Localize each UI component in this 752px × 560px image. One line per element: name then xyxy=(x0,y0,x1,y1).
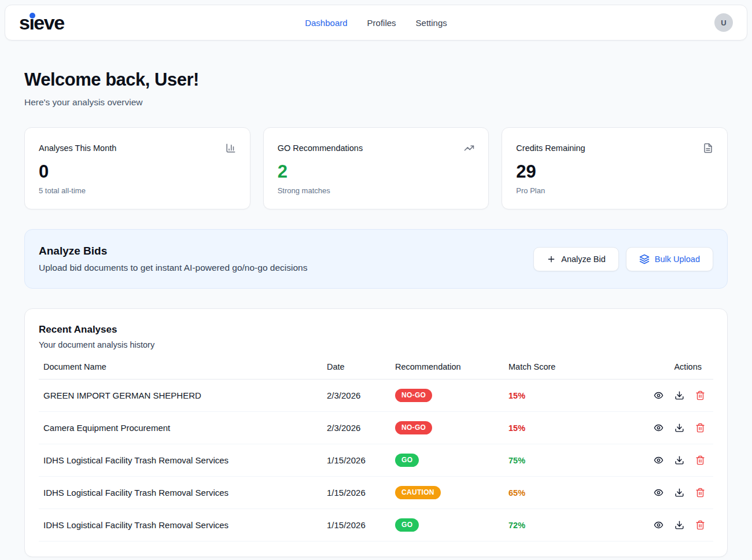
delete-button[interactable] xyxy=(695,423,705,433)
eye-icon xyxy=(654,423,663,433)
logo-text: sieve xyxy=(19,12,64,34)
stat-card-go-recommendations: GO Recommendations 2 Strong matches xyxy=(263,127,489,209)
table-row: GREEN IMPORT GERMAN SHEPHERD2/3/2026NO-G… xyxy=(39,380,713,412)
page-header: Welcome back, User! Here's your analysis… xyxy=(24,69,728,108)
eye-icon xyxy=(654,488,663,498)
bulk-upload-button-label: Bulk Upload xyxy=(655,255,700,264)
analysis-date: 2/3/2026 xyxy=(327,423,395,433)
document-name: IDHS Logistical Facility Trash Removal S… xyxy=(43,520,327,530)
recommendation-badge: NO-GO xyxy=(395,389,432,402)
download-icon xyxy=(674,423,684,433)
analyses-table-body: GREEN IMPORT GERMAN SHEPHERD2/3/2026NO-G… xyxy=(39,380,713,541)
stats-grid: Analyses This Month 0 5 total all-time G… xyxy=(24,127,728,209)
download-button[interactable] xyxy=(674,390,684,400)
logo[interactable]: sieve xyxy=(19,13,64,32)
trash-icon xyxy=(695,390,705,400)
trash-icon xyxy=(695,488,705,498)
column-date: Date xyxy=(327,362,395,371)
layers-icon xyxy=(639,254,650,264)
table-header: Document Name Date Recommendation Match … xyxy=(39,362,713,380)
eye-icon xyxy=(654,390,663,400)
trash-icon xyxy=(695,455,705,465)
analyze-bid-button[interactable]: Analyze Bid xyxy=(533,247,619,271)
file-text-icon xyxy=(703,143,713,153)
match-score: 15% xyxy=(508,423,632,433)
recent-analyses-title: Recent Analyses xyxy=(39,324,713,336)
page-title: Welcome back, User! xyxy=(24,69,728,90)
analysis-date: 1/15/2026 xyxy=(327,488,395,498)
stat-label: Credits Remaining xyxy=(516,143,585,153)
recommendation-badge: GO xyxy=(395,454,419,467)
analysis-date: 2/3/2026 xyxy=(327,390,395,400)
view-button[interactable] xyxy=(654,423,663,433)
download-button[interactable] xyxy=(674,488,684,498)
recommendation-badge: GO xyxy=(395,518,419,532)
logo-dot-icon xyxy=(30,13,35,19)
column-match-score: Match Score xyxy=(508,362,632,371)
download-icon xyxy=(674,390,684,400)
column-recommendation: Recommendation xyxy=(395,362,508,371)
view-button[interactable] xyxy=(654,520,663,530)
stat-value-go: 2 xyxy=(278,163,475,180)
stat-value: 0 xyxy=(39,163,236,180)
bar-chart-icon xyxy=(226,143,236,153)
table-row: IDHS Logistical Facility Trash Removal S… xyxy=(39,477,713,509)
document-name: IDHS Logistical Facility Trash Removal S… xyxy=(43,455,327,465)
stat-subtext: Strong matches xyxy=(278,186,475,195)
table-row: IDHS Logistical Facility Trash Removal S… xyxy=(39,509,713,541)
download-icon xyxy=(674,520,684,530)
stat-subtext: 5 total all-time xyxy=(39,186,236,195)
avatar[interactable]: U xyxy=(714,13,733,32)
column-document-name: Document Name xyxy=(43,362,327,371)
download-button[interactable] xyxy=(674,520,684,530)
analyze-bids-subtitle: Upload bid documents to get instant AI-p… xyxy=(39,263,307,273)
document-name: GREEN IMPORT GERMAN SHEPHERD xyxy=(43,390,327,400)
download-button[interactable] xyxy=(674,455,684,465)
delete-button[interactable] xyxy=(695,488,705,498)
nav-profiles[interactable]: Profiles xyxy=(367,18,396,28)
stat-subtext: Pro Plan xyxy=(516,186,713,195)
stat-card-analyses: Analyses This Month 0 5 total all-time xyxy=(24,127,250,209)
analyses-table: Document Name Date Recommendation Match … xyxy=(39,362,713,541)
analysis-date: 1/15/2026 xyxy=(327,520,395,530)
nav-settings[interactable]: Settings xyxy=(416,18,447,28)
plus-icon xyxy=(547,255,556,264)
recommendation-badge: NO-GO xyxy=(395,421,432,434)
delete-button[interactable] xyxy=(695,520,705,530)
view-button[interactable] xyxy=(654,390,663,400)
stat-value: 29 xyxy=(516,163,713,180)
bulk-upload-button[interactable]: Bulk Upload xyxy=(626,247,713,271)
stat-label: Analyses This Month xyxy=(39,143,116,153)
navbar: sieve Dashboard Profiles Settings U xyxy=(5,5,747,40)
document-name: IDHS Logistical Facility Trash Removal S… xyxy=(43,488,327,498)
recent-analyses-subtitle: Your document analysis history xyxy=(39,340,713,349)
analyze-bid-button-label: Analyze Bid xyxy=(561,255,606,264)
trash-icon xyxy=(695,423,705,433)
download-icon xyxy=(674,488,684,498)
table-row: IDHS Logistical Facility Trash Removal S… xyxy=(39,444,713,477)
analyze-bids-panel: Analyze Bids Upload bid documents to get… xyxy=(24,229,728,289)
recommendation-badge: CAUTION xyxy=(395,486,441,499)
eye-icon xyxy=(654,455,663,465)
recent-analyses-card: Recent Analyses Your document analysis h… xyxy=(24,308,728,557)
match-score: 15% xyxy=(508,391,632,400)
download-button[interactable] xyxy=(674,423,684,433)
table-row: Camera Equipment Procurement2/3/2026NO-G… xyxy=(39,412,713,444)
match-score: 72% xyxy=(508,521,632,530)
eye-icon xyxy=(654,520,663,530)
view-button[interactable] xyxy=(654,455,663,465)
document-name: Camera Equipment Procurement xyxy=(43,423,327,433)
main-nav: Dashboard Profiles Settings xyxy=(305,18,447,28)
match-score: 65% xyxy=(508,488,632,498)
page-subtitle: Here's your analysis overview xyxy=(24,97,728,108)
nav-dashboard[interactable]: Dashboard xyxy=(305,18,347,28)
trash-icon xyxy=(695,520,705,530)
delete-button[interactable] xyxy=(695,390,705,400)
delete-button[interactable] xyxy=(695,455,705,465)
view-button[interactable] xyxy=(654,488,663,498)
stat-label: GO Recommendations xyxy=(278,143,363,153)
download-icon xyxy=(674,455,684,465)
analyze-bids-title: Analyze Bids xyxy=(39,245,307,257)
stat-card-credits: Credits Remaining 29 Pro Plan xyxy=(502,127,728,209)
column-actions: Actions xyxy=(632,362,709,371)
